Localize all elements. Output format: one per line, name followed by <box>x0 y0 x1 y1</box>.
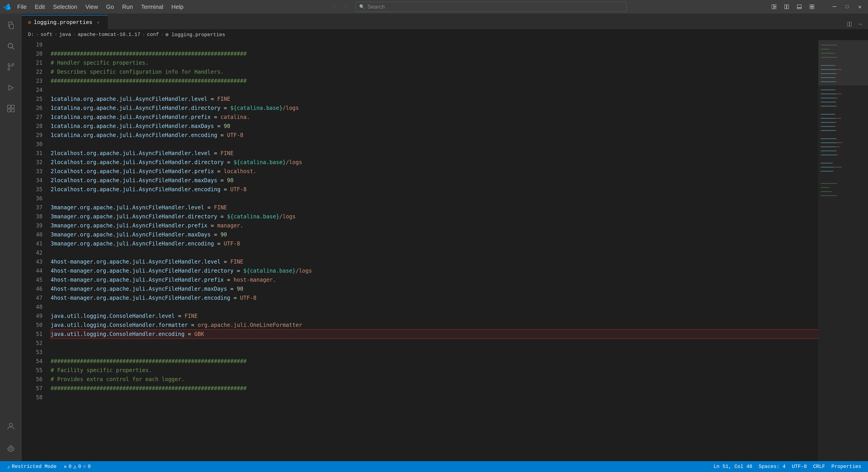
split-editor-tab-button[interactable] <box>844 19 855 29</box>
spaces-text: Spaces: 4 <box>758 464 785 470</box>
code-editor[interactable]: ########################################… <box>49 40 818 461</box>
encoding[interactable]: UTF-8 <box>789 461 810 472</box>
menu-terminal[interactable]: Terminal <box>137 2 167 12</box>
svg-marker-19 <box>9 85 13 90</box>
restricted-mode-indicator[interactable]: ⚠ Restricted Mode <box>4 461 60 472</box>
editor-wrapper: ⚙ logging.properties ✕ ⋯ D: › soft › jav… <box>22 13 868 461</box>
svg-rect-4 <box>787 5 789 9</box>
svg-rect-3 <box>784 5 786 9</box>
menu-bar: File Edit Selection View Go Run Terminal… <box>13 2 188 12</box>
search-bar[interactable]: 🔍 Search <box>355 2 627 12</box>
split-editor-button[interactable] <box>781 1 793 13</box>
maximize-button[interactable]: □ <box>841 1 853 13</box>
menu-run[interactable]: Run <box>118 2 137 12</box>
code-line-35: 2localhost.org.apache.juli.AsyncFileHand… <box>51 185 818 194</box>
minimize-button[interactable]: ─ <box>829 1 840 13</box>
code-line-56: # Provides extra control for each logger… <box>51 375 818 384</box>
code-line-19 <box>51 40 818 49</box>
menu-go[interactable]: Go <box>102 2 118 12</box>
svg-rect-2 <box>774 7 776 9</box>
code-line-39: 3manager.org.apache.juli.AsyncFileHandle… <box>51 221 818 230</box>
title-window-controls: ─ □ ✕ <box>768 1 866 13</box>
minimap-content <box>818 40 868 461</box>
svg-rect-7 <box>810 5 812 6</box>
breadcrumb-conf[interactable]: conf <box>147 32 159 37</box>
svg-point-15 <box>8 64 10 65</box>
svg-point-17 <box>12 64 14 65</box>
tab-logging-properties[interactable]: ⚙ logging.properties ✕ <box>22 15 108 29</box>
close-button[interactable]: ✕ <box>854 1 866 13</box>
code-line-43: 4host-manager.org.apache.juli.AsyncFileH… <box>51 257 818 266</box>
title-center: ← → 🔍 Search <box>188 2 768 12</box>
code-line-20: ########################################… <box>51 49 818 58</box>
explorer-icon[interactable] <box>1 15 21 35</box>
tab-icon: ⚙ <box>28 20 31 26</box>
customize-layout-button[interactable] <box>806 1 818 13</box>
code-line-36 <box>51 194 818 203</box>
svg-rect-20 <box>7 105 10 108</box>
editor-content[interactable]: 1920212223242526272829303132333435363738… <box>22 40 818 461</box>
code-line-47: 4host-manager.org.apache.juli.AsyncFileH… <box>51 293 818 303</box>
line-numbers: 1920212223242526272829303132333435363738… <box>22 40 49 461</box>
account-icon[interactable] <box>1 416 21 436</box>
tab-close-button[interactable]: ✕ <box>95 19 101 26</box>
breadcrumb-file[interactable]: ⚙ logging.properties <box>165 32 225 38</box>
code-line-22: # Describes specific configuration info … <box>51 67 818 76</box>
activity-bar <box>0 13 22 461</box>
svg-rect-22 <box>7 109 10 112</box>
warning-icon: △ <box>73 464 76 470</box>
language-mode[interactable]: Properties <box>828 461 864 472</box>
code-line-27: 1catalina.org.apache.juli.AsyncFileHandl… <box>51 113 818 122</box>
settings-icon[interactable] <box>1 439 21 459</box>
status-bar: ⚠ Restricted Mode ✕ 0 △ 0 ○ 0 Ln 51, Col… <box>0 461 868 472</box>
code-line-46: 4host-manager.org.apache.juli.AsyncFileH… <box>51 284 818 293</box>
menu-edit[interactable]: Edit <box>31 2 49 12</box>
breadcrumb-java[interactable]: java <box>59 32 71 37</box>
nav-back-button[interactable]: ← <box>329 2 339 12</box>
menu-view[interactable]: View <box>81 2 102 12</box>
status-left: ⚠ Restricted Mode ✕ 0 △ 0 ○ 0 <box>4 461 94 472</box>
tabs-bar: ⚙ logging.properties ✕ ⋯ <box>22 13 868 29</box>
error-icon: ✕ <box>64 464 67 470</box>
code-line-32: 2localhost.org.apache.juli.AsyncFileHand… <box>51 158 818 167</box>
error-count: 0 <box>68 464 71 470</box>
more-actions-button[interactable]: ⋯ <box>855 19 865 29</box>
code-line-42 <box>51 248 818 257</box>
svg-rect-12 <box>10 24 13 29</box>
search-icon: 🔍 <box>359 4 365 10</box>
menu-selection[interactable]: Selection <box>49 2 81 12</box>
minimap <box>818 40 868 461</box>
code-line-51: java.util.logging.ConsoleHandler.encodin… <box>51 329 818 339</box>
breadcrumb-tomcat[interactable]: apache-tomcat-10.1.17 <box>78 32 141 37</box>
errors-indicator[interactable]: ✕ 0 △ 0 ○ 0 <box>60 461 94 472</box>
svg-rect-23 <box>11 109 14 112</box>
svg-rect-21 <box>11 105 14 108</box>
title-bar-left: File Edit Selection View Go Run Terminal… <box>2 2 188 12</box>
menu-help[interactable]: Help <box>167 2 187 12</box>
menu-file[interactable]: File <box>13 2 31 12</box>
svg-point-16 <box>8 68 10 70</box>
code-line-21: # Handler specific properties. <box>51 58 818 67</box>
source-control-icon[interactable] <box>1 57 21 77</box>
minimap-slider[interactable] <box>818 40 868 86</box>
search-label: Search <box>368 4 385 10</box>
tab-actions: ⋯ <box>844 19 868 29</box>
nav-forward-button[interactable]: → <box>341 2 351 12</box>
run-debug-icon[interactable] <box>1 78 21 98</box>
code-line-38: 3manager.org.apache.juli.AsyncFileHandle… <box>51 212 818 221</box>
line-ending[interactable]: CRLF <box>810 461 828 472</box>
indentation[interactable]: Spaces: 4 <box>755 461 789 472</box>
svg-point-24 <box>9 423 12 426</box>
cursor-position[interactable]: Ln 51, Col 48 <box>710 461 756 472</box>
breadcrumb-d[interactable]: D: <box>28 32 34 37</box>
code-line-29: 1catalina.org.apache.juli.AsyncFileHandl… <box>51 131 818 140</box>
restricted-icon: ⚠ <box>7 464 10 470</box>
extensions-icon[interactable] <box>1 99 21 119</box>
code-line-57: ########################################… <box>51 384 818 393</box>
code-line-50: java.util.logging.ConsoleHandler.formatt… <box>51 320 818 329</box>
panel-button[interactable] <box>794 1 805 13</box>
breadcrumb-soft[interactable]: soft <box>41 32 53 37</box>
code-line-25: 1catalina.org.apache.juli.AsyncFileHandl… <box>51 94 818 103</box>
layout-button[interactable] <box>768 1 780 13</box>
search-activity-icon[interactable] <box>1 36 21 56</box>
